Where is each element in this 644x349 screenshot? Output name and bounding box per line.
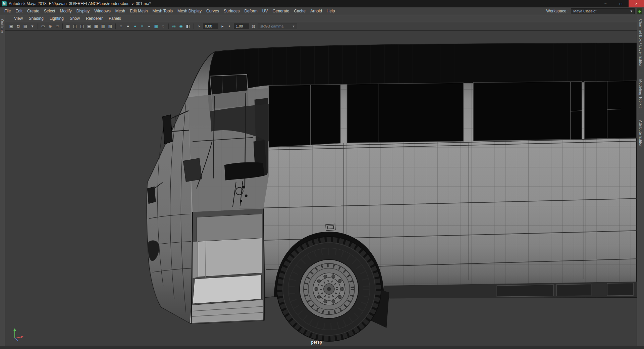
toolbar-separator [168, 23, 169, 29]
bus-wireframe-model [5, 31, 637, 346]
axis-gizmo [10, 327, 25, 342]
workspace-dropdown[interactable]: Maya Classic* ▾ [571, 8, 635, 14]
safe-title-icon[interactable]: ▧ [107, 23, 114, 29]
lock-camera-icon[interactable]: ◘ [15, 23, 22, 29]
view-transform-dropdown[interactable]: sRGB gamma ▾ [258, 23, 297, 29]
dashboard [183, 158, 202, 182]
titlebar: M Autodesk Maya 2018: F:\0pavan_3D\FREEL… [0, 0, 644, 7]
bottom-strip [0, 346, 644, 349]
menu-display[interactable]: Display [74, 7, 92, 15]
menu-surfaces[interactable]: Surfaces [221, 7, 242, 15]
exposure-icon[interactable]: ◑ [195, 23, 202, 29]
motion-blur-icon[interactable]: ◌ [160, 23, 167, 29]
panel-menu-show[interactable]: Show [67, 15, 83, 22]
select-camera-icon[interactable]: ▣ [8, 23, 15, 29]
shaded-icon[interactable]: ● [124, 23, 131, 29]
maya-app-icon: M [2, 1, 7, 6]
grid-icon[interactable]: ▦ [64, 23, 71, 29]
menu-deform[interactable]: Deform [242, 7, 260, 15]
bookmarks-icon[interactable]: ▾ [29, 23, 36, 29]
panel-menu-renderer[interactable]: Renderer [83, 15, 106, 22]
isolate-select-icon[interactable]: ◧ [184, 23, 192, 29]
camera-attributes-icon[interactable]: ▤ [22, 23, 29, 29]
minimize-button[interactable]: − [598, 0, 613, 7]
driver-cabin-interior [183, 88, 269, 212]
resolution-gate-icon[interactable]: ◫ [78, 23, 86, 29]
textured-icon[interactable]: ◕ [131, 23, 139, 29]
tab-channel-box-layer-editor[interactable]: Channel Box / Layer Editor [639, 19, 643, 67]
window-title: Autodesk Maya 2018: F:\0pavan_3D\FREELAN… [9, 1, 151, 6]
shadows-icon[interactable]: ◒ [146, 23, 153, 29]
menu-modify[interactable]: Modify [57, 7, 74, 15]
menu-select[interactable]: Select [42, 7, 57, 15]
panel-menu-view[interactable]: View [11, 15, 26, 22]
gate-mask-icon[interactable]: ▣ [86, 23, 93, 29]
view-transform-icon[interactable]: ◍ [250, 23, 257, 29]
bus-windows [269, 81, 637, 147]
ao-icon[interactable]: ▩ [153, 23, 160, 29]
use-all-lights-icon[interactable]: ☀ [139, 23, 146, 29]
main-menubar: File Edit Create Select Modify Display W… [0, 7, 644, 15]
workspace-value: Maya Classic* [573, 9, 597, 13]
toolbar-separator [62, 23, 63, 29]
menu-create[interactable]: Create [25, 7, 42, 15]
menu-uv[interactable]: UV [260, 7, 270, 15]
menu-edit-mesh[interactable]: Edit Mesh [127, 7, 150, 15]
menu-mesh-display[interactable]: Mesh Display [175, 7, 204, 15]
menu-help[interactable]: Help [324, 7, 337, 15]
gamma-field[interactable]: 1.00 [234, 23, 249, 29]
tab-modeling-toolkit[interactable]: Modeling Toolkit [639, 79, 643, 108]
tab-outliner[interactable]: Outliner [0, 19, 4, 33]
panel-menu-panels[interactable]: Panels [106, 15, 124, 22]
wireframe-icon[interactable]: ○ [117, 23, 124, 29]
bus-front [147, 97, 192, 324]
film-gate-icon[interactable]: ▢ [71, 23, 78, 29]
maximize-button[interactable]: □ [613, 0, 629, 7]
toolbar-separator [115, 23, 116, 29]
grease-pencil-icon[interactable]: ▱ [54, 23, 61, 29]
workspace-pin-icon[interactable]: ◆ [637, 8, 642, 14]
menu-arnold[interactable]: Arnold [308, 7, 324, 15]
gamma-arrow-icon: ▸ [219, 23, 226, 29]
door-opening [190, 208, 265, 324]
antialiasing-icon[interactable]: ◎ [170, 23, 177, 29]
menu-windows[interactable]: Windows [92, 7, 113, 15]
menu-generate[interactable]: Generate [270, 7, 291, 15]
tab-separator [638, 114, 643, 114]
view-transform-value: sRGB gamma [260, 24, 283, 28]
chevron-down-icon: ▾ [630, 9, 632, 13]
viewport-column: View Shading Lighting Show Renderer Pane… [5, 15, 637, 346]
pan-zoom-icon[interactable]: ⊕ [47, 23, 54, 29]
menu-file[interactable]: File [2, 7, 13, 15]
panel-menu-shading[interactable]: Shading [26, 15, 47, 22]
right-panel-strip: Channel Box / Layer Editor Modeling Tool… [637, 15, 644, 346]
toolbar-separator [193, 23, 194, 29]
perspective-viewport[interactable]: persp [5, 31, 637, 346]
main-content: Outliner View Shading Lighting Show Rend… [0, 15, 644, 346]
exposure-field[interactable]: 0.00 [203, 23, 218, 29]
window-controls: − □ × [598, 0, 644, 7]
tab-separator [638, 73, 643, 73]
viewport-toolbar: ▣ ◘ ▤ ▾ ▭ ⊕ ▱ ▦ ▢ ◫ ▣ ▩ ▥ ▧ ○ ● ◕ ☀ ◒ ▩ … [5, 22, 637, 31]
camera-name-label: persp [311, 340, 322, 345]
chevron-down-icon: ▾ [292, 24, 294, 29]
depth-of-field-icon[interactable]: ◉ [177, 23, 184, 29]
workspace-area: Workspace : Maya Classic* ▾ ◆ [546, 8, 644, 14]
close-button[interactable]: × [629, 0, 644, 7]
safe-action-icon[interactable]: ▥ [100, 23, 107, 29]
workspace-label: Workspace : [546, 9, 569, 13]
menu-mesh[interactable]: Mesh [113, 7, 127, 15]
menu-cache[interactable]: Cache [291, 7, 308, 15]
panel-menu-lighting[interactable]: Lighting [47, 15, 67, 22]
menu-curves[interactable]: Curves [204, 7, 221, 15]
panel-menubar: View Shading Lighting Show Renderer Pane… [5, 15, 637, 22]
gamma-icon[interactable]: ◐ [226, 23, 233, 29]
toolbar-separator [38, 23, 38, 29]
menu-mesh-tools[interactable]: Mesh Tools [150, 7, 175, 15]
tab-attribute-editor[interactable]: Attribute Editor [639, 120, 643, 147]
image-plane-icon[interactable]: ▭ [40, 23, 47, 29]
left-panel-strip: Outliner [0, 15, 5, 346]
field-chart-icon[interactable]: ▩ [93, 23, 100, 29]
menu-edit[interactable]: Edit [13, 7, 25, 15]
